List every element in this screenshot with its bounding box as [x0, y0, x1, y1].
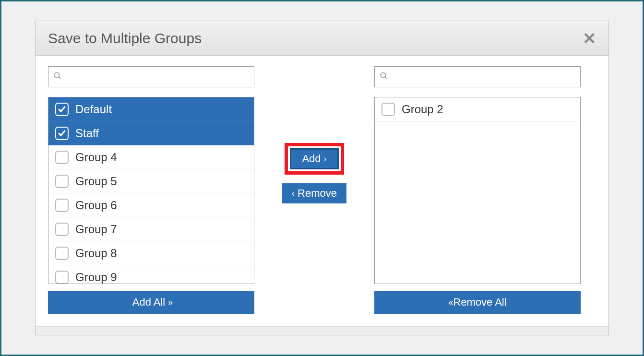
chevron-right-icon: › — [324, 154, 327, 163]
list-item-label: Group 2 — [402, 103, 443, 116]
checkbox-icon[interactable] — [55, 271, 69, 284]
list-item-label: Default — [75, 103, 112, 116]
dialog-body: DefaultStaffGroup 4Group 5Group 6Group 7… — [36, 56, 608, 320]
remove-button[interactable]: ‹ Remove — [282, 183, 346, 203]
dialog-title: Save to Multiple Groups — [48, 30, 202, 47]
remove-all-label: Remove All — [453, 296, 506, 309]
list-item-label: Group 5 — [75, 175, 117, 188]
available-groups-list[interactable]: DefaultStaffGroup 4Group 5Group 6Group 7… — [48, 97, 254, 284]
add-button[interactable]: Add › — [290, 148, 338, 169]
checkbox-icon[interactable] — [55, 247, 69, 260]
svg-line-3 — [385, 77, 387, 79]
svg-point-0 — [54, 72, 60, 78]
chevron-double-right-icon: » — [168, 298, 170, 307]
available-search-input[interactable] — [66, 72, 249, 82]
checkbox-icon[interactable] — [55, 223, 69, 236]
checkbox-icon[interactable] — [55, 103, 69, 116]
list-item[interactable]: Default — [48, 97, 254, 121]
available-groups-panel: DefaultStaffGroup 4Group 5Group 6Group 7… — [48, 66, 254, 314]
svg-point-2 — [381, 72, 386, 78]
screenshot-frame: Save to Multiple Groups ✕ DefaultStaffGr… — [0, 0, 644, 356]
svg-line-1 — [59, 77, 60, 79]
checkbox-icon[interactable] — [55, 151, 69, 164]
add-label: Add — [302, 153, 321, 165]
list-item[interactable]: Group 8 — [48, 241, 254, 265]
list-item-label: Group 4 — [75, 151, 117, 164]
list-item[interactable]: Group 6 — [48, 193, 254, 217]
selected-search-box[interactable] — [374, 66, 581, 87]
transfer-buttons-column: Add › ‹ Remove — [274, 66, 355, 203]
close-icon[interactable]: ✕ — [583, 30, 596, 47]
dialog-footer — [36, 326, 608, 335]
available-search-box[interactable] — [48, 66, 254, 87]
add-all-label: Add All — [132, 296, 166, 309]
checkbox-icon[interactable] — [55, 127, 69, 140]
add-button-highlight: Add › — [285, 143, 344, 175]
search-icon — [380, 71, 388, 83]
list-item[interactable]: Group 9 — [48, 265, 254, 284]
remove-label: Remove — [298, 187, 337, 200]
checkbox-icon[interactable] — [55, 175, 69, 188]
selected-groups-list[interactable]: Group 2 — [374, 97, 581, 284]
dialog-header: Save to Multiple Groups ✕ — [36, 21, 608, 56]
list-item[interactable]: Group 4 — [48, 145, 254, 169]
list-item-label: Group 7 — [75, 223, 117, 236]
list-item[interactable]: Group 5 — [48, 169, 254, 193]
list-item[interactable]: Group 7 — [48, 217, 254, 241]
add-all-button[interactable]: Add All » — [48, 291, 254, 314]
checkbox-icon[interactable] — [55, 199, 69, 212]
checkbox-icon[interactable] — [382, 103, 395, 116]
list-item-label: Group 9 — [75, 271, 117, 284]
list-item-label: Group 6 — [75, 199, 117, 212]
chevron-left-icon: ‹ — [292, 189, 295, 198]
selected-groups-panel: Group 2 « Remove All — [374, 66, 581, 314]
list-item-label: Group 8 — [75, 247, 117, 260]
search-icon — [53, 71, 62, 83]
list-item[interactable]: Group 2 — [375, 97, 580, 121]
chevron-double-left-icon: « — [448, 298, 450, 307]
list-item[interactable]: Staff — [48, 121, 254, 145]
selected-search-input[interactable] — [392, 72, 575, 82]
remove-all-button[interactable]: « Remove All — [374, 291, 581, 314]
save-to-multiple-groups-dialog: Save to Multiple Groups ✕ DefaultStaffGr… — [35, 21, 609, 335]
list-item-label: Staff — [75, 127, 99, 140]
